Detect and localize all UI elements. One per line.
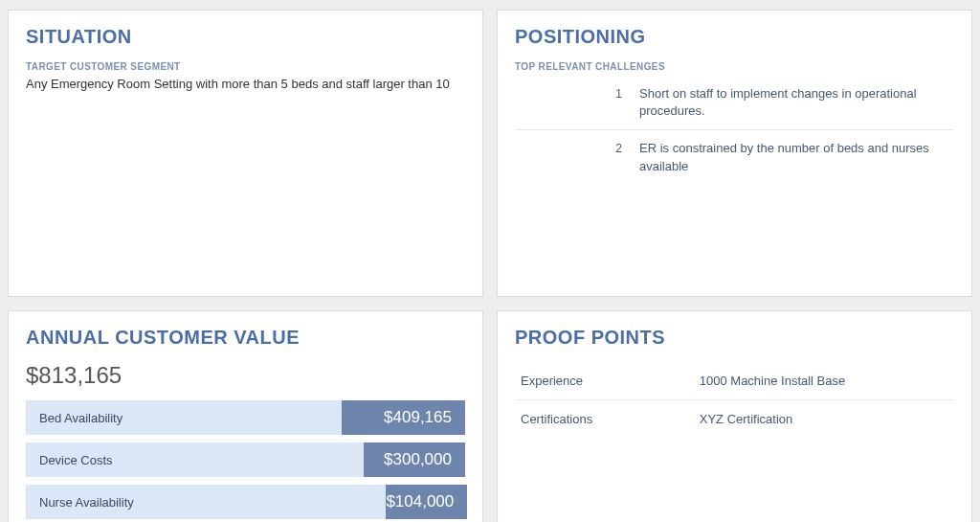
situation-heading: SITUATION [26, 26, 465, 48]
positioning-heading: POSITIONING [515, 26, 954, 48]
challenge-row: 2ER is constrained by the number of beds… [515, 130, 954, 184]
proof-row: CertificationsXYZ Certification [515, 400, 954, 438]
acv-heading: ANNUAL CUSTOMER VALUE [26, 327, 465, 349]
acv-total: $813,165 [26, 362, 465, 389]
acv-bar-value: $104,000 [386, 485, 467, 519]
proof-points-card: PROOF POINTS Experience1000 Machine Inst… [497, 310, 972, 522]
proof-heading: PROOF POINTS [515, 327, 954, 349]
challenge-text: Short on staff to implement changes in o… [639, 85, 954, 120]
acv-bar-label: Bed Availability [26, 400, 342, 435]
annual-customer-value-card: ANNUAL CUSTOMER VALUE $813,165 Bed Avail… [8, 310, 483, 522]
proof-key: Experience [515, 374, 700, 388]
proof-value: 1000 Machine Install Base [700, 374, 954, 388]
situation-sublabel: TARGET CUSTOMER SEGMENT [26, 61, 465, 72]
acv-bar-row: Nurse Availability$104,000 [26, 485, 465, 519]
challenge-number: 2 [515, 140, 639, 155]
proof-row: Experience1000 Machine Install Base [515, 362, 954, 400]
challenge-number: 1 [515, 85, 639, 101]
acv-bar-row: Device Costs$300,000 [26, 443, 465, 477]
positioning-card: POSITIONING TOP RELEVANT CHALLENGES 1Sho… [497, 10, 972, 297]
acv-bar-value: $300,000 [364, 443, 465, 477]
challenge-text: ER is constrained by the number of beds … [639, 140, 954, 174]
proof-key: Certifications [515, 412, 700, 426]
acv-bar-value: $409,165 [342, 400, 465, 435]
positioning-list: 1Short on staff to implement changes in … [515, 76, 954, 185]
situation-text: Any Emergency Room Setting with more tha… [26, 76, 465, 93]
acv-bar-list: Bed Availability$409,165Device Costs$300… [26, 400, 465, 519]
situation-card: SITUATION TARGET CUSTOMER SEGMENT Any Em… [8, 10, 483, 297]
proof-list: Experience1000 Machine Install BaseCerti… [515, 362, 954, 438]
acv-bar-row: Bed Availability$409,165 [26, 400, 465, 435]
positioning-sublabel: TOP RELEVANT CHALLENGES [515, 61, 954, 72]
acv-bar-label: Device Costs [26, 443, 364, 477]
proof-value: XYZ Certification [700, 412, 954, 426]
challenge-row: 1Short on staff to implement changes in … [515, 76, 954, 130]
acv-bar-label: Nurse Availability [26, 485, 386, 519]
